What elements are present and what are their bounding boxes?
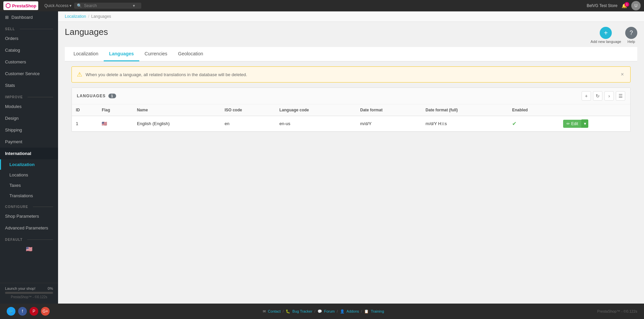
sidebar-item-label: Modules <box>5 104 21 109</box>
sidebar-item-customers[interactable]: Customers <box>0 56 58 68</box>
warning-close-button[interactable]: × <box>620 71 625 77</box>
main-layout: ⊞ Dashboard SELL Orders Catalog Customer… <box>0 11 644 304</box>
cell-language-code: en-us <box>276 116 356 131</box>
columns-button[interactable]: ☰ <box>616 91 625 101</box>
sidebar-sub-item-localization[interactable]: Localization <box>0 159 58 170</box>
sidebar: ⊞ Dashboard SELL Orders Catalog Customer… <box>0 11 58 304</box>
facebook-link[interactable]: f <box>18 307 27 316</box>
sidebar-item-label: Translations <box>9 193 33 198</box>
refresh-button[interactable]: ↻ <box>593 91 602 101</box>
languages-table-section: LANGUAGES 1 + ↻ › ☰ ID Flag <box>71 88 631 132</box>
sidebar-item-advanced-parameters[interactable]: Advanced Parameters <box>0 222 58 234</box>
twitter-link[interactable]: 🐦 <box>7 307 15 316</box>
help-button[interactable]: ? Help <box>625 27 637 44</box>
sidebar-item-stats[interactable]: Stats <box>0 79 58 91</box>
add-new-language-button[interactable]: + Add new language <box>591 27 621 44</box>
sidebar-item-customer-service[interactable]: Customer Service <box>0 68 58 79</box>
sidebar-item-design[interactable]: Design <box>0 112 58 124</box>
sidebar-item-label: Design <box>5 116 18 121</box>
col-date-format: Date format <box>356 104 422 116</box>
training-icon: 📋 <box>364 309 369 314</box>
sidebar-item-label: Shop Parameters <box>5 214 39 219</box>
next-button[interactable]: › <box>604 91 614 101</box>
contact-link[interactable]: Contact <box>268 309 281 313</box>
sidebar-item-dashboard[interactable]: ⊞ Dashboard <box>0 11 58 23</box>
sidebar-item-label: Payment <box>5 139 22 144</box>
training-link[interactable]: Training <box>371 309 384 313</box>
tab-currencies[interactable]: Currencies <box>139 47 173 61</box>
tab-languages[interactable]: Languages <box>104 47 139 61</box>
edit-dropdown-button[interactable]: ▾ <box>582 119 588 128</box>
sidebar-sub-item-taxes[interactable]: Taxes <box>0 180 58 191</box>
sidebar-item-label: Stats <box>5 83 15 88</box>
tab-localization[interactable]: Localization <box>68 47 104 61</box>
sidebar-item-label: Shipping <box>5 127 22 132</box>
page-title: Languages <box>65 27 108 37</box>
table-toolbar: + ↻ › ☰ <box>582 91 625 101</box>
notifications-button[interactable]: 🔔 1 <box>622 3 627 8</box>
footer-version: PrestaShop™ - ©0.122s <box>597 309 637 313</box>
warning-icon: ⚠ <box>77 71 82 78</box>
sidebar-item-label: Advanced Parameters <box>5 225 48 230</box>
forum-icon: 💬 <box>317 309 322 314</box>
search-icon-button[interactable]: 🔍 <box>77 3 82 8</box>
footer-links: ✉ Contact / 🐛 Bug Tracker / 💬 Forum / 👤 … <box>263 309 384 314</box>
google-link[interactable]: G+ <box>41 307 50 316</box>
search-input[interactable] <box>84 3 131 8</box>
pencil-icon: ✏ <box>566 121 570 126</box>
addons-icon: 👤 <box>340 309 345 314</box>
warning-text: When you delete a language, all related … <box>86 72 616 77</box>
quick-access-button[interactable]: Quick Access ▾ <box>42 3 74 8</box>
contact-icon: ✉ <box>263 309 266 314</box>
help-icon: ? <box>625 27 637 39</box>
table-header-bar: LANGUAGES 1 + ↻ › ☰ <box>72 88 630 104</box>
progress-label: Launch your shop! 0% <box>5 286 53 290</box>
tab-geolocation[interactable]: Geolocation <box>173 47 209 61</box>
nav-right: BelVG Test Store 🔔 1 U <box>587 1 641 10</box>
sidebar-sub-item-locations[interactable]: Locations <box>0 170 58 180</box>
flag-icon: 🇺🇸 <box>102 121 107 126</box>
addons-link[interactable]: Addons <box>347 309 359 313</box>
sidebar-flag: 🇺🇸 <box>0 243 58 255</box>
add-row-button[interactable]: + <box>582 91 591 101</box>
sidebar-item-international[interactable]: International <box>0 148 58 159</box>
sidebar-sub-item-translations[interactable]: Translations <box>0 191 58 201</box>
sidebar-item-shop-parameters[interactable]: Shop Parameters <box>0 210 58 222</box>
action-buttons: ✏ Edit ▾ <box>563 119 626 128</box>
header-actions: + Add new language ? Help <box>591 27 637 44</box>
content-inner: ⚠ When you delete a language, all relate… <box>58 66 644 139</box>
warning-banner: ⚠ When you delete a language, all relate… <box>71 66 631 83</box>
sidebar-menu: ⊞ Dashboard SELL Orders Catalog Customer… <box>0 11 58 283</box>
cell-flag: 🇺🇸 <box>98 116 133 131</box>
sidebar-item-catalog[interactable]: Catalog <box>0 44 58 56</box>
logo[interactable]: ⬡ PrestaShop <box>3 1 38 10</box>
tabs-bar: Localization Languages Currencies Geoloc… <box>65 47 637 61</box>
search-dropdown-button[interactable]: ▾ <box>133 3 135 8</box>
breadcrumb-current: Languages <box>91 14 111 19</box>
cell-date-format-full: m/d/Y H:i:s <box>422 116 508 131</box>
sidebar-item-orders[interactable]: Orders <box>0 33 58 44</box>
bug-icon: 🐛 <box>286 309 290 314</box>
sidebar-item-modules[interactable]: Modules <box>0 101 58 112</box>
bug-tracker-link[interactable]: Bug Tracker <box>292 309 312 313</box>
sidebar-item-label: Localization <box>9 162 35 167</box>
enabled-checkmark: ✔ <box>512 121 516 126</box>
sidebar-section-sell: SELL <box>0 23 58 33</box>
pinterest-link[interactable]: P <box>30 307 38 316</box>
col-iso-code: ISO code <box>220 104 275 116</box>
forum-link[interactable]: Forum <box>324 309 335 313</box>
sidebar-section-configure: CONFIGURE <box>0 201 58 210</box>
avatar[interactable]: U <box>631 1 641 10</box>
footer-social: 🐦 f P G+ <box>7 307 50 316</box>
sidebar-section-improve: IMPROVE <box>0 91 58 101</box>
content-area: Localization / Languages Languages + Add… <box>58 11 644 304</box>
sidebar-item-label: Orders <box>5 36 18 41</box>
breadcrumb-localization-link[interactable]: Localization <box>65 14 86 19</box>
notification-badge: 1 <box>625 2 629 7</box>
sidebar-item-shipping[interactable]: Shipping <box>0 124 58 136</box>
sidebar-item-payment[interactable]: Payment <box>0 136 58 148</box>
version-text: PrestaShop™ - ©0.122s <box>5 294 53 300</box>
logo-image: ⬡ PrestaShop <box>3 1 38 10</box>
languages-table: ID Flag Name ISO code Language code Date… <box>72 104 630 131</box>
edit-button[interactable]: ✏ Edit <box>563 120 582 128</box>
